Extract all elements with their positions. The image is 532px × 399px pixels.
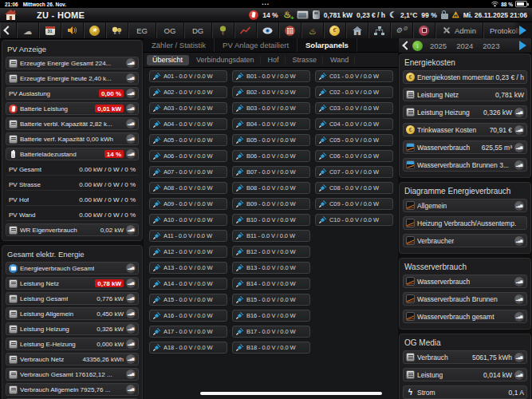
garden-button[interactable] — [212, 22, 234, 38]
main-tab[interactable]: PV Anlage detailiert — [215, 38, 298, 52]
chart-button[interactable] — [126, 369, 136, 379]
panel-row[interactable]: PV Strasse 0.00 kW / 0 W / 0 % — [6, 178, 139, 191]
chart-button[interactable] — [126, 89, 136, 98]
play-forward-icon[interactable] — [519, 41, 526, 50]
solar-panel-button[interactable]: C03 - 0.0 V / 0.0 W — [315, 102, 393, 114]
home-icon[interactable] — [5, 10, 17, 20]
monitoring-button[interactable] — [257, 22, 279, 38]
solar-panel-button[interactable]: A01 - 0.0 V / 0.0 W — [149, 70, 227, 82]
solar-panel-button[interactable]: B13 - 0.0 V / 0.0 W — [232, 262, 310, 274]
panel-row[interactable]: Leistung Netz 0,78 kW — [6, 277, 139, 290]
year-button[interactable]: 2024 — [451, 41, 478, 50]
panel-row[interactable]: PV Auslastung 0,00 % — [6, 87, 139, 100]
solar-panel-button[interactable]: B12 - 0.0 V / 0.0 W — [232, 246, 310, 258]
calendar-button[interactable]: 31 — [39, 22, 61, 38]
chart-button[interactable] — [514, 236, 524, 246]
solar-panel-button[interactable]: A10 - 0.0 V / 0.0 W — [149, 214, 227, 226]
chart-button[interactable] — [126, 294, 136, 303]
sub-tab[interactable]: Verbindungsdaten — [191, 55, 261, 65]
solar-panel-button[interactable]: B08 - 0.0 V / 0.0 W — [232, 182, 310, 194]
solar-panel-button[interactable]: B17 - 0.0 V / 0.0 W — [232, 326, 310, 338]
panel-row[interactable]: Verbrauch Allgemein 7925,76 ... — [6, 383, 139, 396]
chart-button[interactable] — [514, 201, 524, 211]
network-button[interactable] — [368, 22, 391, 38]
chart-button[interactable] — [126, 225, 136, 235]
warning-icon[interactable] — [452, 11, 459, 19]
chart-button[interactable] — [514, 160, 524, 170]
chevron-left-icon[interactable] — [402, 41, 411, 49]
floor-eg-button[interactable]: EG — [128, 22, 156, 38]
solar-panel-button[interactable]: C06 - 0.0 V / 0.0 W — [315, 150, 393, 162]
solar-panel-button[interactable]: C02 - 0.0 V / 0.0 W — [315, 86, 393, 98]
solar-panel-button[interactable]: A14 - 0.0 V / 0.0 W — [149, 278, 227, 290]
solar-panel-button[interactable]: A08 - 0.0 V / 0.0 W — [149, 182, 227, 194]
chart-button[interactable] — [514, 312, 524, 322]
panel-row[interactable]: Wasserverbrauch — [403, 275, 527, 288]
solar-panel-button[interactable]: C04 - 0.0 V / 0.0 W — [315, 118, 393, 130]
forward-button[interactable] — [513, 22, 532, 38]
settings-button[interactable] — [391, 22, 413, 38]
heating-status-icon[interactable] — [282, 10, 293, 20]
solar-panel-button[interactable]: A15 - 0.0 V / 0.0 W — [149, 294, 227, 306]
solar-panel-button[interactable]: B04 - 0.0 V / 0.0 W — [232, 118, 310, 130]
panel-row[interactable]: Leistung Allgemein 0,450 kW — [6, 307, 139, 320]
panel-row[interactable]: PV Gesamt 0.00 kW / 0 W / 0 % — [6, 163, 139, 176]
solar-panel-button[interactable]: B10 - 0.0 V / 0.0 W — [232, 214, 310, 226]
solar-panel-button[interactable]: B14 - 0.0 V / 0.0 W — [232, 278, 310, 290]
back-button[interactable] — [0, 22, 17, 38]
record-button[interactable] — [413, 22, 435, 38]
solar-panel-button[interactable]: B02 - 0.0 V / 0.0 W — [232, 86, 310, 98]
chart-button[interactable] — [126, 134, 136, 144]
solar-panel-button[interactable]: A06 - 0.0 V / 0.0 W — [149, 150, 227, 162]
sub-tab[interactable]: Hof — [262, 55, 286, 65]
panel-row[interactable]: Batterieladezustand 14 % — [6, 148, 139, 160]
chart-button[interactable] — [126, 279, 136, 288]
solar-panel-button[interactable]: B15 - 0.0 V / 0.0 W — [232, 294, 310, 306]
chart-button[interactable] — [126, 339, 136, 349]
main-tab[interactable]: Solarpanels — [298, 38, 357, 52]
boiler-icon[interactable] — [313, 10, 320, 19]
panel-row[interactable]: Strom 0,1 A — [403, 385, 527, 399]
solar-panel-button[interactable]: B06 - 0.0 V / 0.0 W — [232, 150, 310, 162]
panel-row[interactable]: Wasserverbrauch Brunnen — [403, 292, 527, 306]
chart-button[interactable] — [126, 385, 136, 394]
solar-panel-button[interactable]: A09 - 0.0 V / 0.0 W — [149, 198, 227, 210]
favorites-button[interactable] — [84, 22, 106, 38]
panel-row[interactable]: Verbraucher — [403, 234, 527, 247]
panel-row[interactable]: Wasserverbrauch gesamt — [403, 310, 527, 323]
chart-button[interactable] — [126, 58, 136, 68]
solar-panel-button[interactable]: B16 - 0.0 V / 0.0 W — [232, 310, 310, 322]
solar-panel-button[interactable]: A03 - 0.0 V / 0.0 W — [149, 102, 227, 114]
panel-row[interactable]: Leistung Heizung 0,326 kW — [403, 105, 527, 119]
solar-panel-button[interactable]: B01 - 0.0 V / 0.0 W — [232, 70, 310, 82]
solar-panel-button[interactable]: C05 - 0.0 V / 0.0 W — [315, 134, 393, 146]
chart-button[interactable] — [514, 108, 524, 117]
sub-tab[interactable]: Übersicht — [147, 55, 189, 65]
house-button[interactable] — [346, 22, 368, 38]
chart-button[interactable] — [126, 263, 136, 273]
download-icon[interactable] — [412, 41, 423, 51]
year-button[interactable]: 2025 — [425, 41, 451, 50]
panel-row[interactable]: PV Wand 0.00 kW / 0 W / 0 % — [6, 208, 139, 221]
horizontal-scrollbar[interactable] — [200, 392, 382, 395]
chart-button[interactable] — [126, 119, 136, 128]
solar-panel-button[interactable]: B03 - 0.0 V / 0.0 W — [232, 102, 310, 114]
costs-button[interactable] — [324, 22, 346, 38]
solar-panel-button[interactable]: A05 - 0.0 V / 0.0 W — [149, 134, 227, 146]
solar-panel-button[interactable]: C09 - 0.0 V / 0.0 W — [315, 198, 393, 210]
panel-row[interactable]: Verbrauch Gesamt 176162,12 ... — [6, 368, 139, 381]
floor-og-button[interactable]: OG — [156, 22, 184, 38]
house-battery-icon[interactable] — [249, 10, 258, 20]
solar-panel-button[interactable]: B11 - 0.0 V / 0.0 W — [232, 230, 310, 242]
panel-row[interactable]: Batterie Leistung 0,01 kW — [6, 102, 139, 115]
chart-button[interactable] — [514, 125, 524, 135]
solar-panel-button[interactable]: A18 - 0.0 V / 0.0 W — [149, 342, 227, 354]
sub-tab[interactable]: Wand — [325, 55, 355, 65]
panel-row[interactable]: Leistung Gesamt 0,776 kW — [6, 292, 139, 305]
floor-dg-button[interactable]: DG — [184, 22, 212, 38]
heating-button[interactable] — [301, 22, 324, 38]
chart-button[interactable] — [126, 324, 136, 334]
solar-panel-button[interactable]: A16 - 0.0 V / 0.0 W — [149, 310, 227, 322]
panel-row[interactable]: WR Eigenverbrauch 0,02 kW — [6, 223, 139, 236]
panel-row[interactable]: Erzeugte Energie heute 2,40 k... — [6, 72, 139, 85]
